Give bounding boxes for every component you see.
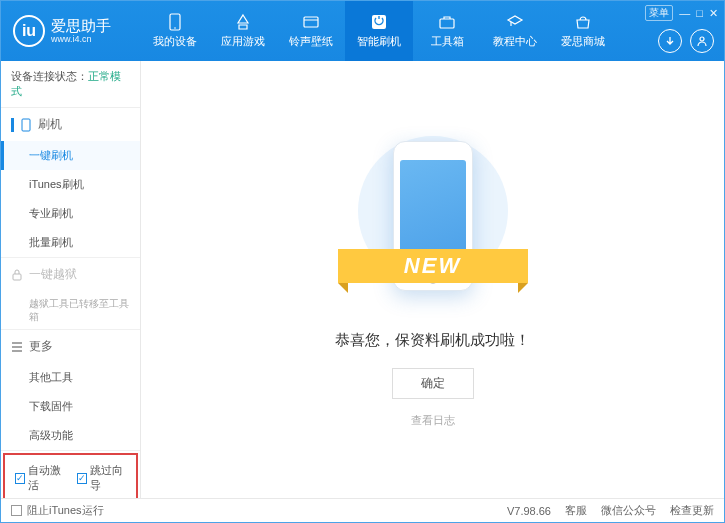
sidebar-more-header[interactable]: 更多 (1, 330, 140, 363)
logo-icon: iu (13, 15, 45, 47)
titlebar-controls: 菜单 — □ ✕ (645, 5, 718, 21)
store-icon (573, 13, 593, 31)
success-illustration: NEW (343, 131, 523, 311)
sidebar-item-other-tools[interactable]: 其他工具 (1, 363, 140, 392)
jailbreak-note: 越狱工具已转移至工具箱 (1, 291, 140, 329)
view-log-link[interactable]: 查看日志 (411, 413, 455, 428)
svg-rect-2 (304, 17, 318, 27)
maximize-button[interactable]: □ (696, 7, 703, 19)
nav-apps[interactable]: 应用游戏 (209, 1, 277, 61)
app-header: iu 爱思助手 www.i4.cn 我的设备 应用游戏 铃声壁纸 智能刷机 工具… (1, 1, 724, 61)
nav-my-device[interactable]: 我的设备 (141, 1, 209, 61)
nav-ringtone[interactable]: 铃声壁纸 (277, 1, 345, 61)
options-highlight: ✓自动激活 ✓跳过向导 (3, 453, 138, 498)
auto-activate-checkbox[interactable]: ✓自动激活 (15, 463, 65, 493)
nav-smart-flash[interactable]: 智能刷机 (345, 1, 413, 61)
sidebar-item-batch-flash[interactable]: 批量刷机 (1, 228, 140, 257)
wechat-link[interactable]: 微信公众号 (601, 503, 656, 518)
update-link[interactable]: 检查更新 (670, 503, 714, 518)
connection-status: 设备连接状态：正常模式 (1, 61, 140, 108)
apps-icon (233, 13, 253, 31)
sidebar-item-itunes-flash[interactable]: iTunes刷机 (1, 170, 140, 199)
svg-rect-6 (22, 119, 30, 131)
app-name: 爱思助手 (51, 18, 111, 35)
header-actions (658, 29, 714, 53)
main-content: NEW 恭喜您，保资料刷机成功啦！ 确定 查看日志 (141, 61, 724, 498)
version-label: V7.98.66 (507, 505, 551, 517)
phone-icon (20, 118, 32, 132)
new-ribbon: NEW (338, 249, 528, 283)
flash-icon (369, 13, 389, 31)
list-icon (11, 342, 23, 352)
svg-rect-4 (440, 19, 454, 28)
block-itunes-label: 阻止iTunes运行 (27, 503, 104, 518)
service-link[interactable]: 客服 (565, 503, 587, 518)
tutorial-icon (505, 13, 525, 31)
close-button[interactable]: ✕ (709, 7, 718, 20)
svg-point-5 (700, 37, 704, 41)
sidebar-item-advanced[interactable]: 高级功能 (1, 421, 140, 450)
svg-rect-7 (13, 274, 21, 280)
app-url: www.i4.cn (51, 34, 111, 44)
nav-tutorial[interactable]: 教程中心 (481, 1, 549, 61)
success-message: 恭喜您，保资料刷机成功啦！ (335, 331, 530, 350)
sidebar-flash-header[interactable]: 刷机 (1, 108, 140, 141)
minimize-button[interactable]: — (679, 7, 690, 19)
menu-button[interactable]: 菜单 (645, 5, 673, 21)
sidebar: 设备连接状态：正常模式 刷机 一键刷机 iTunes刷机 专业刷机 批量刷机 一… (1, 61, 141, 498)
sidebar-jailbreak-header[interactable]: 一键越狱 (1, 258, 140, 291)
nav-store[interactable]: 爱思商城 (549, 1, 617, 61)
footer: 阻止iTunes运行 V7.98.66 客服 微信公众号 检查更新 (1, 498, 724, 522)
nav-toolbox[interactable]: 工具箱 (413, 1, 481, 61)
download-button[interactable] (658, 29, 682, 53)
sidebar-item-download-firmware[interactable]: 下载固件 (1, 392, 140, 421)
ringtone-icon (301, 13, 321, 31)
sidebar-item-oneclick-flash[interactable]: 一键刷机 (1, 141, 140, 170)
block-itunes-checkbox[interactable] (11, 505, 22, 516)
ok-button[interactable]: 确定 (392, 368, 474, 399)
main-nav: 我的设备 应用游戏 铃声壁纸 智能刷机 工具箱 教程中心 爱思商城 (141, 1, 724, 61)
logo: iu 爱思助手 www.i4.cn (1, 15, 141, 47)
svg-point-1 (174, 27, 176, 29)
skip-guide-checkbox[interactable]: ✓跳过向导 (77, 463, 127, 493)
device-icon (165, 13, 185, 31)
sidebar-item-pro-flash[interactable]: 专业刷机 (1, 199, 140, 228)
lock-icon (11, 269, 23, 281)
user-button[interactable] (690, 29, 714, 53)
toolbox-icon (437, 13, 457, 31)
